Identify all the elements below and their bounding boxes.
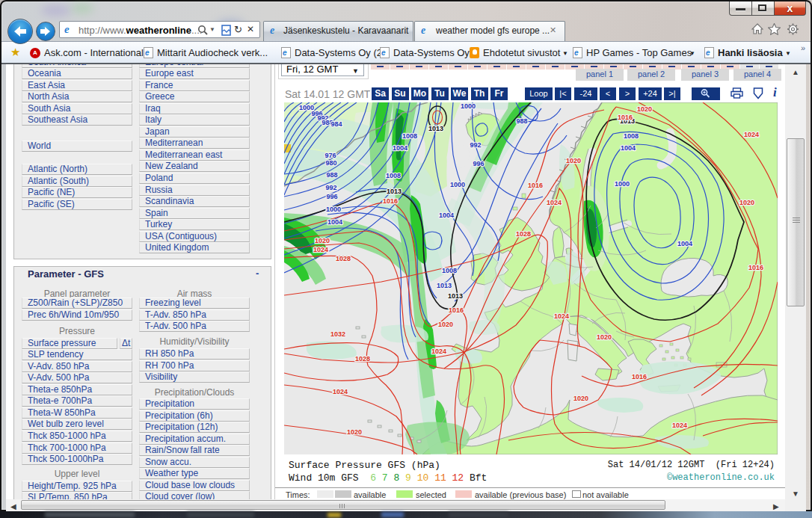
svg-text:1004: 1004 xyxy=(439,212,454,219)
svg-text:1016: 1016 xyxy=(383,197,398,205)
svg-text:1016: 1016 xyxy=(449,306,464,314)
svg-text:1008: 1008 xyxy=(386,172,401,179)
svg-text:1000: 1000 xyxy=(326,206,341,213)
svg-text:1016: 1016 xyxy=(632,373,647,380)
svg-text:1024: 1024 xyxy=(672,422,687,429)
svg-text:1024: 1024 xyxy=(333,388,348,395)
svg-text:1008: 1008 xyxy=(442,267,457,274)
svg-text:1024: 1024 xyxy=(744,131,759,138)
svg-text:988: 988 xyxy=(516,117,527,125)
svg-text:1028: 1028 xyxy=(516,230,531,238)
svg-text:1004: 1004 xyxy=(677,240,692,247)
svg-text:980: 980 xyxy=(325,159,336,167)
svg-text:1020: 1020 xyxy=(315,237,330,244)
svg-text:1024: 1024 xyxy=(554,312,569,320)
svg-text:1016: 1016 xyxy=(618,114,633,121)
svg-text:1000: 1000 xyxy=(450,181,465,188)
svg-text:1020: 1020 xyxy=(347,428,362,436)
svg-text:1000: 1000 xyxy=(615,180,630,188)
svg-text:1004: 1004 xyxy=(621,144,636,152)
svg-text:1000: 1000 xyxy=(461,102,476,110)
svg-text:1004: 1004 xyxy=(393,144,407,152)
svg-text:1013: 1013 xyxy=(448,292,463,300)
svg-text:1013: 1013 xyxy=(437,282,452,289)
svg-text:976: 976 xyxy=(325,152,336,159)
svg-text:1020: 1020 xyxy=(566,157,581,164)
svg-text:1020: 1020 xyxy=(637,105,652,113)
svg-text:1028: 1028 xyxy=(355,355,370,363)
svg-text:984: 984 xyxy=(330,120,342,128)
svg-text:1016: 1016 xyxy=(528,182,543,189)
svg-text:1016: 1016 xyxy=(748,264,763,271)
svg-text:1024: 1024 xyxy=(431,348,446,355)
svg-text:1004: 1004 xyxy=(327,218,342,226)
svg-text:1028: 1028 xyxy=(336,255,351,262)
svg-text:992: 992 xyxy=(470,141,481,149)
svg-text:996: 996 xyxy=(473,160,484,167)
svg-text:1020: 1020 xyxy=(739,199,754,206)
svg-text:1020: 1020 xyxy=(438,321,453,328)
svg-text:1008: 1008 xyxy=(624,132,639,140)
svg-text:1013: 1013 xyxy=(428,125,443,132)
svg-text:1013: 1013 xyxy=(387,188,402,195)
svg-text:1032: 1032 xyxy=(330,330,345,338)
svg-text:1024: 1024 xyxy=(547,199,562,206)
svg-text:1024: 1024 xyxy=(313,246,328,253)
svg-text:996: 996 xyxy=(326,193,337,200)
svg-text:992: 992 xyxy=(325,184,336,191)
svg-text:1020: 1020 xyxy=(573,395,588,402)
svg-text:1020: 1020 xyxy=(597,333,612,341)
svg-text:988: 988 xyxy=(326,171,337,179)
svg-text:1008: 1008 xyxy=(402,132,417,140)
